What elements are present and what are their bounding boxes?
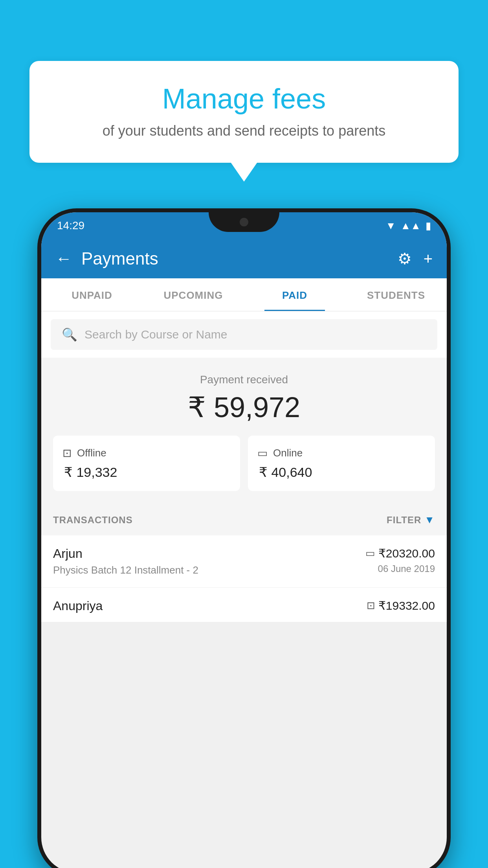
- online-label: Online: [273, 447, 303, 459]
- online-amount: ₹ 40,640: [257, 464, 426, 480]
- payment-summary: Payment received ₹ 59,972 ⊡ Offline ₹ 19…: [41, 358, 447, 503]
- battery-icon: ▮: [426, 220, 431, 232]
- online-card: ▭ Online ₹ 40,640: [248, 436, 435, 491]
- transaction-amount: ▭ ₹20320.00: [365, 546, 435, 560]
- filter-text: FILTER: [387, 515, 421, 526]
- status-icons: ▼ ▲▲ ▮: [386, 220, 431, 232]
- app-header: ← Payments ⚙ +: [41, 239, 447, 278]
- transaction-date: 06 June 2019: [365, 563, 435, 574]
- search-bar[interactable]: 🔍 Search by Course or Name: [51, 319, 437, 350]
- transaction-amount: ⊡ ₹19332.00: [367, 599, 435, 612]
- search-icon: 🔍: [62, 327, 77, 342]
- tab-upcoming[interactable]: UPCOMING: [143, 278, 244, 311]
- transaction-name: Anupriya: [53, 599, 103, 613]
- card-payment-icon: ▭: [365, 547, 375, 559]
- transactions-header: TRANSACTIONS FILTER ▼: [41, 503, 447, 535]
- signal-icon: ▲▲: [401, 220, 421, 232]
- payment-received-label: Payment received: [53, 373, 435, 386]
- filter-icon: ▼: [424, 514, 435, 526]
- search-container: 🔍 Search by Course or Name: [41, 311, 447, 358]
- offline-amount: ₹ 19,332: [62, 464, 231, 480]
- header-right: ⚙ +: [398, 250, 433, 268]
- phone-screen: 14:29 ▼ ▲▲ ▮ ← Payments ⚙ + UNPAID: [41, 212, 447, 868]
- offline-label: Offline: [77, 447, 106, 459]
- payment-cards: ⊡ Offline ₹ 19,332 ▭ Online ₹ 40,640: [53, 436, 435, 491]
- speech-bubble: Manage fees of your students and send re…: [29, 61, 459, 163]
- transaction-left: Arjun Physics Batch 12 Installment - 2: [53, 546, 198, 576]
- transactions-label: TRANSACTIONS: [53, 515, 133, 526]
- bubble-subtitle: of your students and send receipts to pa…: [53, 123, 435, 139]
- bubble-title: Manage fees: [53, 83, 435, 115]
- table-row[interactable]: Anupriya ⊡ ₹19332.00: [41, 588, 447, 622]
- offline-payment-icon: ⊡: [367, 600, 375, 612]
- settings-icon[interactable]: ⚙: [398, 250, 412, 268]
- tab-paid[interactable]: PAID: [244, 278, 345, 311]
- phone-notch: [209, 212, 279, 232]
- tab-unpaid[interactable]: UNPAID: [41, 278, 143, 311]
- transaction-name: Arjun: [53, 546, 198, 561]
- amount-value: ₹20320.00: [378, 546, 435, 560]
- offline-card: ⊡ Offline ₹ 19,332: [53, 436, 240, 491]
- back-button[interactable]: ←: [55, 249, 72, 268]
- status-time: 14:29: [57, 219, 84, 232]
- filter-button[interactable]: FILTER ▼: [387, 514, 435, 526]
- header-title: Payments: [81, 249, 158, 268]
- transaction-detail: Physics Batch 12 Installment - 2: [53, 564, 198, 576]
- online-card-header: ▭ Online: [257, 447, 426, 460]
- header-left: ← Payments: [55, 249, 158, 268]
- wifi-icon: ▼: [386, 220, 396, 232]
- phone-frame: 14:29 ▼ ▲▲ ▮ ← Payments ⚙ + UNPAID: [37, 208, 451, 868]
- offline-card-header: ⊡ Offline: [62, 447, 231, 460]
- status-bar: 14:29 ▼ ▲▲ ▮: [41, 212, 447, 239]
- transaction-left: Anupriya: [53, 599, 103, 616]
- camera: [240, 218, 248, 226]
- add-icon[interactable]: +: [424, 250, 433, 268]
- tab-students[interactable]: STUDENTS: [345, 278, 447, 311]
- transaction-right: ⊡ ₹19332.00: [367, 599, 435, 616]
- search-input[interactable]: Search by Course or Name: [84, 328, 227, 341]
- transaction-right: ▭ ₹20320.00 06 June 2019: [365, 546, 435, 574]
- table-row[interactable]: Arjun Physics Batch 12 Installment - 2 ▭…: [41, 535, 447, 588]
- amount-value: ₹19332.00: [378, 599, 435, 612]
- offline-icon: ⊡: [62, 447, 72, 460]
- payment-total-amount: ₹ 59,972: [53, 391, 435, 424]
- tabs: UNPAID UPCOMING PAID STUDENTS: [41, 278, 447, 311]
- card-icon: ▭: [257, 447, 268, 460]
- transactions-list: Arjun Physics Batch 12 Installment - 2 ▭…: [41, 535, 447, 622]
